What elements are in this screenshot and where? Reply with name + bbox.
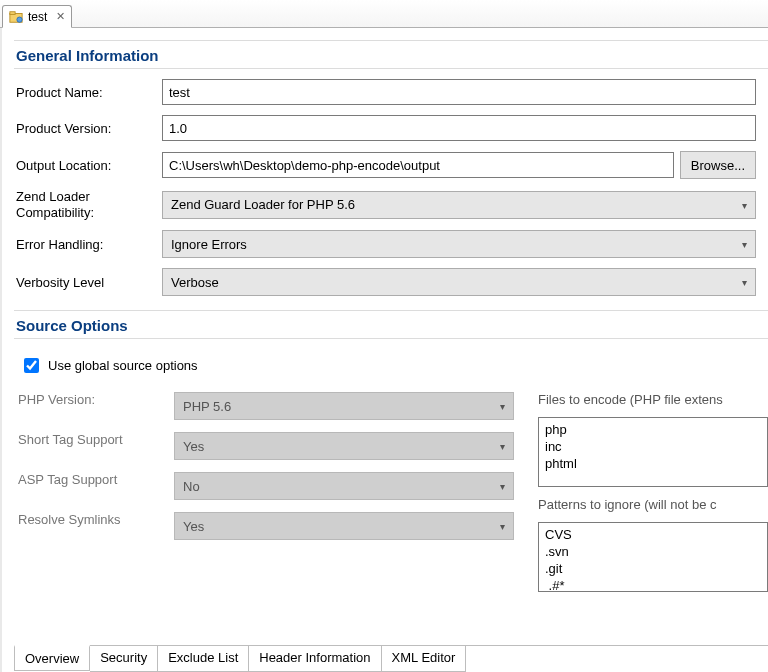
editor-tab-label: test [28,10,47,24]
label-files-to-encode: Files to encode (PHP file extens [538,392,768,407]
use-global-checkbox[interactable] [24,358,39,373]
resolve-symlinks-select: Yes ▾ [174,512,514,540]
label-php-version: PHP Version: [18,392,168,420]
project-icon [9,10,23,24]
chevron-down-icon: ▾ [500,481,505,492]
verbosity-select[interactable]: Verbose ▾ [162,268,756,296]
label-error-handling: Error Handling: [16,237,156,252]
label-short-tag: Short Tag Support [18,432,168,460]
editor-tab-test[interactable]: test ✕ [2,5,72,28]
asp-tag-select: No ▾ [174,472,514,500]
resolve-symlinks-value: Yes [183,519,204,534]
label-patterns-ignore: Patterns to ignore (will not be c [538,497,768,512]
chevron-down-icon: ▾ [500,521,505,532]
use-global-label: Use global source options [48,358,198,373]
bottom-tabs: Overview Security Exclude List Header In… [14,645,768,672]
tab-security[interactable]: Security [90,646,158,672]
files-to-encode-list[interactable]: php inc phtml [538,417,768,487]
chevron-down-icon: ▾ [500,441,505,452]
error-handling-value: Ignore Errors [171,237,247,252]
short-tag-select: Yes ▾ [174,432,514,460]
form-general: Product Name: Product Version: Output Lo… [14,79,768,310]
zend-loader-value: Zend Guard Loader for PHP 5.6 [171,197,355,212]
tab-overview[interactable]: Overview [14,645,90,671]
editor-tabs: test ✕ [0,0,768,28]
output-location-input[interactable] [162,152,674,178]
tab-exclude-list[interactable]: Exclude List [158,646,249,672]
label-resolve-symlinks: Resolve Symlinks [18,512,168,540]
chevron-down-icon: ▾ [742,239,747,250]
zend-loader-select[interactable]: Zend Guard Loader for PHP 5.6 ▾ [162,191,756,219]
verbosity-value: Verbose [171,275,219,290]
label-product-name: Product Name: [16,85,156,100]
label-zend-loader: Zend Loader Compatibility: [16,189,156,220]
patterns-ignore-list[interactable]: CVS .svn .git .#* [538,522,768,592]
chevron-down-icon: ▾ [500,401,505,412]
label-asp-tag: ASP Tag Support [18,472,168,500]
section-title-general: General Information [14,40,768,69]
error-handling-select[interactable]: Ignore Errors ▾ [162,230,756,258]
tab-xml-editor[interactable]: XML Editor [382,646,467,672]
product-version-input[interactable] [162,115,756,141]
label-output-location: Output Location: [16,158,156,173]
browse-button[interactable]: Browse... [680,151,756,179]
php-version-value: PHP 5.6 [183,399,231,414]
label-product-version: Product Version: [16,121,156,136]
section-title-source: Source Options [14,310,768,339]
close-icon[interactable]: ✕ [56,10,65,23]
svg-rect-1 [10,11,15,14]
tab-header-information[interactable]: Header Information [249,646,381,672]
chevron-down-icon: ▾ [742,277,747,288]
short-tag-value: Yes [183,439,204,454]
php-version-select: PHP 5.6 ▾ [174,392,514,420]
svg-point-2 [17,17,22,22]
asp-tag-value: No [183,479,200,494]
source-options-grid: PHP Version: PHP 5.6 ▾ Short Tag Support… [14,392,514,592]
chevron-down-icon: ▾ [742,199,747,210]
label-verbosity: Verbosity Level [16,275,156,290]
product-name-input[interactable] [162,79,756,105]
